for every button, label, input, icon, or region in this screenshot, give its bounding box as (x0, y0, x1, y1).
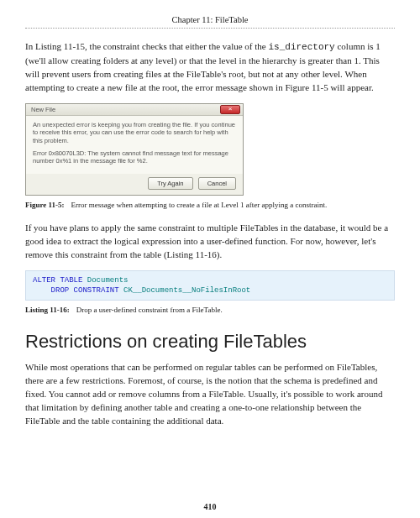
dialog-window: New File × An unexpected error is keepin… (25, 103, 244, 196)
sql-object: Documents (82, 276, 128, 285)
try-again-button: Try Again (148, 177, 192, 190)
text: In Listing 11-15, the constraint checks … (25, 41, 268, 51)
body-paragraph-2: If you have plans to apply the same cons… (25, 222, 395, 262)
figure-text: Error message when attempting to create … (71, 201, 328, 209)
dialog-message-1: An unexpected error is keeping you from … (33, 121, 236, 144)
dialog-titlebar: New File × (26, 104, 243, 116)
inline-code: is_directory (268, 42, 334, 52)
figure-caption-11-5: Figure 11-5:Error message when attemptin… (25, 201, 395, 211)
error-dialog-screenshot: New File × An unexpected error is keepin… (25, 103, 395, 196)
sql-object: CK__Documents__NoFilesInRoot (119, 286, 251, 295)
dialog-body: An unexpected error is keeping you from … (26, 116, 243, 174)
cancel-button: Cancel (198, 177, 236, 190)
body-paragraph-3: While most operations that can be perfor… (25, 361, 395, 428)
dialog-message-2: Error 0x80070L3D: The system cannot find… (33, 149, 236, 165)
listing-caption-11-16: Listing 11-16:Drop a user-defined constr… (25, 306, 395, 316)
section-heading: Restrictions on creating FileTables (25, 331, 395, 353)
body-paragraph-1: In Listing 11-15, the constraint checks … (25, 40, 395, 95)
chapter-header: Chapter 11: FileTable (25, 15, 395, 29)
page-number: 410 (0, 502, 420, 511)
indent (33, 286, 51, 295)
dialog-button-row: Try Again Cancel (26, 174, 243, 195)
listing-label: Listing 11-16: (25, 306, 70, 314)
listing-text: Drop a user-defined constraint from a Fi… (76, 306, 223, 314)
code-listing-11-16: ALTER TABLE Documents DROP CONSTRAINT CK… (25, 270, 395, 301)
figure-label: Figure 11-5: (25, 201, 65, 209)
dialog-title-text: New File (31, 106, 55, 113)
sql-keyword: DROP CONSTRAINT (51, 286, 119, 295)
close-icon: × (220, 105, 240, 114)
sql-keyword: ALTER TABLE (33, 276, 82, 285)
